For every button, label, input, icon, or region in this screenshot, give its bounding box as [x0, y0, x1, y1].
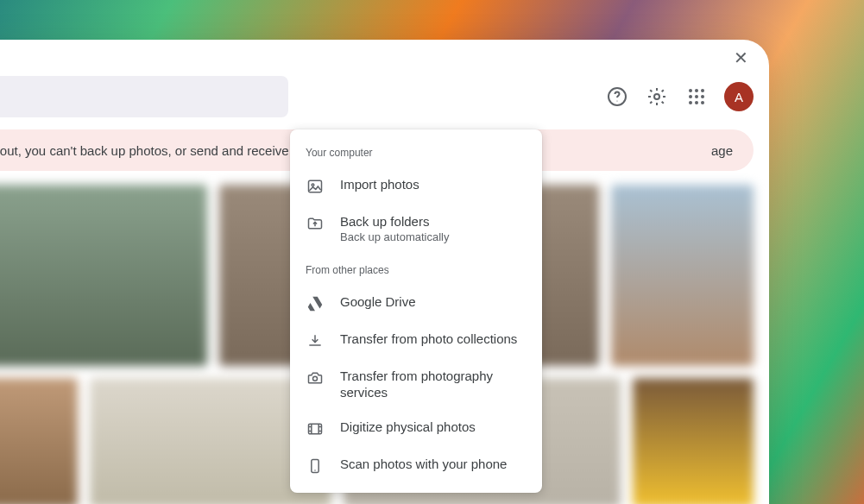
dropdown-section-label: Your computer — [290, 142, 542, 167]
menu-item-label: Import photos — [340, 176, 419, 193]
svg-point-17 — [314, 469, 316, 471]
top-icons: A — [605, 82, 754, 111]
svg-point-4 — [695, 89, 698, 92]
svg-rect-15 — [309, 424, 322, 434]
photo-thumbnail[interactable] — [0, 378, 78, 504]
menu-item-subtitle: Back up automatically — [340, 230, 449, 243]
google-drive-icon — [306, 294, 325, 313]
svg-point-5 — [701, 89, 704, 92]
alert-text-left: in out, you can't back up photos, or sen… — [0, 143, 330, 158]
menu-transfer-collections[interactable]: Transfer from photo collections — [290, 322, 542, 359]
download-icon — [306, 331, 325, 350]
film-icon — [306, 419, 325, 438]
svg-point-6 — [689, 95, 692, 98]
menu-item-label: Back up folders — [340, 213, 449, 230]
menu-backup-folders[interactable]: Back up folders Back up automatically — [290, 205, 542, 252]
menu-transfer-services[interactable]: Transfer from photography services — [290, 359, 542, 410]
close-icon[interactable]: ✕ — [734, 49, 748, 66]
menu-scan-phone[interactable]: Scan photos with your phone — [290, 447, 542, 484]
menu-google-drive[interactable]: Google Drive — [290, 285, 542, 322]
alert-text-right: age — [711, 143, 733, 158]
svg-point-2 — [654, 94, 659, 99]
import-dropdown: Your computer Import photos Back up fold… — [290, 129, 542, 493]
menu-item-label: Transfer from photography services — [340, 368, 527, 401]
svg-rect-12 — [309, 180, 322, 192]
titlebar: ✕ — [0, 40, 769, 76]
menu-item-label: Scan photos with your phone — [340, 456, 507, 473]
svg-point-7 — [695, 95, 698, 98]
dropdown-section-label: From other places — [290, 252, 542, 285]
svg-point-11 — [701, 101, 704, 104]
avatar[interactable]: A — [724, 82, 754, 111]
svg-point-14 — [313, 376, 318, 381]
svg-point-10 — [695, 101, 698, 104]
menu-item-label: Transfer from photo collections — [340, 331, 517, 348]
apps-grid-icon[interactable] — [684, 85, 709, 109]
menu-digitize-photos[interactable]: Digitize physical photos — [290, 410, 542, 447]
camera-icon — [306, 369, 325, 387]
photo-thumbnail[interactable] — [633, 378, 754, 504]
photo-thumbnail[interactable] — [611, 185, 754, 366]
phone-icon — [306, 457, 325, 476]
menu-item-label: Digitize physical photos — [340, 419, 476, 436]
topbar: A — [0, 76, 769, 129]
svg-point-9 — [689, 101, 692, 104]
menu-import-photos[interactable]: Import photos — [290, 167, 542, 205]
svg-point-1 — [616, 100, 617, 101]
photo-thumbnail[interactable] — [0, 185, 207, 366]
svg-point-3 — [689, 89, 692, 92]
app-window: ✕ A in out, you can't back up photos, or… — [0, 40, 769, 504]
help-icon[interactable] — [605, 85, 629, 109]
menu-item-label: Google Drive — [340, 293, 416, 311]
image-icon — [306, 177, 325, 196]
svg-point-8 — [701, 95, 704, 98]
search-input[interactable] — [0, 76, 288, 117]
folder-upload-icon — [306, 214, 325, 233]
svg-point-13 — [312, 184, 314, 186]
gear-icon[interactable] — [645, 85, 669, 109]
